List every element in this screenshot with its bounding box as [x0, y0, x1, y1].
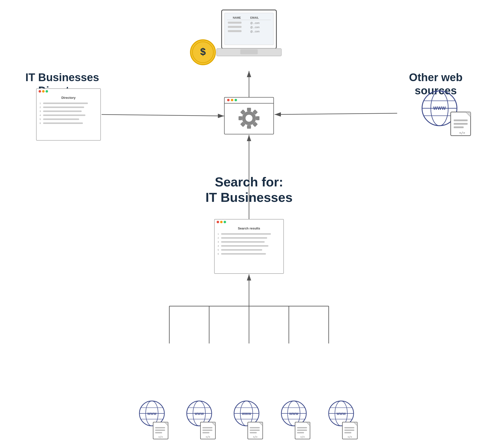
svg-text:WWW: WWW	[337, 412, 346, 416]
dir-row-4: 4	[40, 114, 97, 116]
svg-rect-59	[155, 427, 165, 428]
svg-rect-84	[250, 430, 260, 431]
dot-red	[39, 90, 41, 93]
svg-rect-61	[155, 432, 162, 433]
directory-box: Directory 1 2 3 4 5 6	[36, 88, 101, 141]
svg-rect-71	[202, 427, 212, 428]
dir-row-5: 5	[40, 118, 97, 120]
svg-rect-18	[228, 22, 242, 24]
svg-text:</>: </>	[348, 436, 352, 438]
dir-row-1: 1	[40, 102, 97, 105]
svg-text:WWW: WWW	[289, 412, 299, 416]
bottom-globe-5: WWW </>	[327, 400, 360, 441]
svg-text:</>: </>	[206, 436, 210, 438]
dot-yellow	[42, 90, 45, 93]
bottom-globe-4: WWW </>	[280, 400, 312, 441]
laptop-illustration: NAME EMAIL @...com @...com @...com	[214, 7, 284, 62]
directory-title: Directory	[40, 96, 97, 100]
svg-text:@...com: @...com	[250, 22, 259, 24]
svg-text:@...com: @...com	[250, 26, 259, 29]
svg-rect-31	[239, 116, 242, 120]
dot-green	[46, 90, 48, 93]
svg-rect-85	[250, 432, 257, 433]
svg-rect-20	[228, 26, 242, 28]
laptop-svg: NAME EMAIL @...com @...com @...com	[214, 7, 284, 62]
svg-rect-47	[454, 119, 468, 121]
dir-row-3: 3	[40, 110, 97, 112]
gear-dot-red	[227, 99, 230, 101]
coin-illustration: $	[189, 39, 217, 66]
svg-rect-83	[250, 427, 260, 428]
svg-text:@...com: @...com	[250, 30, 259, 33]
svg-rect-48	[454, 123, 468, 125]
svg-rect-73	[202, 432, 209, 433]
search-results-box: Search results 1 2 3 4 5	[214, 219, 284, 274]
diagram-container: NAME EMAIL @...com @...com @...com $	[0, 0, 498, 448]
sr-row-6: 6	[218, 253, 280, 255]
svg-rect-95	[297, 427, 307, 428]
other-web-sources-illustration: WWW </>	[416, 87, 466, 132]
svg-rect-109	[344, 432, 351, 433]
svg-rect-25	[240, 49, 258, 54]
gear-dot-green	[235, 99, 237, 101]
svg-text:NAME: NAME	[233, 16, 241, 19]
svg-rect-72	[202, 430, 212, 431]
svg-rect-108	[344, 430, 354, 431]
gear-box	[224, 97, 274, 134]
svg-rect-30	[247, 125, 251, 129]
svg-text:WWW: WWW	[242, 412, 251, 416]
svg-text:$: $	[200, 46, 206, 57]
search-results-dots	[217, 221, 226, 223]
bottom-globe-svg-4: WWW </>	[280, 400, 312, 440]
search-for-label: Search for: IT Businesses	[205, 174, 293, 205]
svg-line-2	[275, 113, 397, 114]
svg-rect-29	[247, 108, 251, 111]
bottom-globe-1: WWW </>	[138, 400, 171, 441]
svg-text:</>: </>	[158, 436, 163, 438]
search-result-lines: 1 2 3 4 5 6	[218, 233, 280, 255]
bottom-globe-2: WWW </>	[186, 400, 218, 441]
bottom-globe-3: WWW </>	[233, 400, 265, 441]
coin-svg: $	[189, 39, 217, 66]
bottom-globe-svg-3: WWW </>	[233, 400, 265, 440]
svg-line-1	[102, 114, 224, 116]
sr-dot-red	[217, 221, 219, 223]
sr-row-4: 4	[218, 245, 280, 247]
sr-dot-yellow	[220, 221, 223, 223]
svg-text:WWW: WWW	[147, 412, 157, 416]
svg-rect-22	[228, 30, 242, 32]
svg-rect-60	[155, 430, 165, 431]
svg-text:WWW: WWW	[433, 106, 446, 111]
dir-row-2: 2	[40, 106, 97, 109]
svg-text:</>: </>	[459, 131, 465, 135]
search-results-title: Search results	[218, 226, 280, 230]
svg-point-38	[246, 115, 252, 122]
svg-text:</>: </>	[253, 436, 257, 438]
globe-doc-svg: WWW </>	[416, 87, 476, 137]
svg-rect-32	[256, 116, 259, 120]
sr-row-3: 3	[218, 241, 280, 243]
gear-box-dots	[227, 99, 237, 101]
directory-lines: 1 2 3 4 5 6	[40, 102, 97, 124]
sr-row-2: 2	[218, 237, 280, 239]
svg-rect-107	[344, 427, 354, 428]
dir-row-6: 6	[40, 122, 97, 124]
svg-text:EMAIL: EMAIL	[250, 16, 259, 19]
svg-text:</>: </>	[300, 436, 305, 438]
svg-text:WWW: WWW	[195, 412, 204, 416]
gear-dot-yellow	[231, 99, 233, 101]
svg-rect-49	[454, 126, 464, 128]
svg-rect-96	[297, 430, 307, 431]
bottom-globe-svg-2: WWW </>	[186, 400, 218, 440]
bottom-globe-svg-1: WWW </>	[138, 400, 171, 440]
sr-row-1: 1	[218, 233, 280, 235]
bottom-globe-svg-5: WWW </>	[327, 400, 360, 440]
bottom-globes-row: WWW </> WWW	[138, 400, 360, 441]
gear-icon	[238, 107, 260, 129]
sr-row-5: 5	[218, 249, 280, 251]
svg-rect-97	[297, 432, 304, 433]
sr-dot-green	[224, 221, 226, 223]
directory-dots	[39, 90, 48, 93]
